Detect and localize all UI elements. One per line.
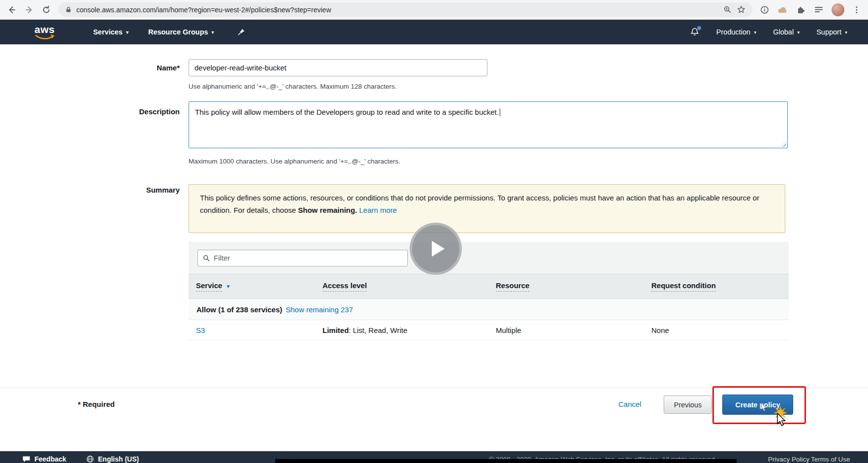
cancel-button[interactable]: Cancel [618,400,642,408]
nav-global-label: Global [773,28,794,36]
filter-input[interactable] [214,254,403,262]
padlock-icon [65,6,72,13]
allow-count-text: Allow (1 of 238 services) [196,305,282,314]
feedback-label: Feedback [34,455,66,463]
col-access-level-label: Access level [322,281,367,292]
url-text: console.aws.amazon.com/iam/home?region=e… [76,6,331,14]
address-bar[interactable]: console.aws.amazon.com/iam/home?region=e… [59,2,752,17]
show-remaining-link[interactable]: Show remaining 237 [286,305,353,314]
col-service-label: Service [196,281,222,292]
required-note: * Required [78,400,115,408]
learn-more-link[interactable]: Learn more [359,206,397,214]
description-label: Description [0,107,180,116]
notifications-bell-icon[interactable] [690,27,700,37]
language-label: English (US) [98,455,139,463]
table-row: S3 Limited: List, Read, Write Multiple N… [189,320,789,340]
back-icon[interactable] [7,5,17,15]
browser-menu-kebab-icon[interactable] [852,5,861,14]
extensions-puzzle-icon[interactable] [796,5,806,15]
col-request-condition-label: Request condition [651,281,716,292]
sort-caret-icon: ▼ [225,284,230,289]
nav-region-global[interactable]: Global ▾ [773,28,800,36]
aws-navbar: aws Services ▾ Resource Groups ▾ Product… [0,20,868,44]
aws-logo-word: aws [34,24,55,34]
nav-account-production[interactable]: Production ▾ [716,28,756,36]
allow-summary-row: Allow (1 of 238 services) Show remaining… [189,299,789,320]
nav-services-label: Services [93,28,123,36]
reading-list-icon[interactable] [814,5,824,15]
col-resource-label: Resource [496,281,529,292]
col-service[interactable]: Service ▼ [189,281,315,292]
warning-bold-text: Show remaining. [298,206,357,214]
aws-smile-arc [35,34,55,40]
name-help-text: Use alphanumeric and '+=,.@-_' character… [189,83,397,90]
description-help-text: Maximum 1000 characters. Use alphanumeri… [189,158,400,165]
actions-divider [0,388,868,388]
previous-button[interactable]: Previous [664,396,712,414]
chevron-down-icon: ▾ [212,30,214,35]
zoom-icon[interactable] [723,5,732,14]
policy-description-textarea[interactable]: This policy will allow members of the De… [189,101,788,148]
nav-support-label: Support [816,28,841,36]
navbar-right-group: Production ▾ Global ▾ Support ▾ [690,27,868,37]
cell-service: S3 [189,326,315,334]
forward-icon[interactable] [24,5,34,15]
video-progress-bar[interactable] [275,459,737,463]
warning-text: This policy defines some actions, resour… [200,194,759,214]
nav-resource-groups[interactable]: Resource Groups ▾ [148,28,214,36]
aws-logo[interactable]: aws [34,24,55,40]
cell-request-condition: None [644,326,789,334]
globe-icon [86,455,94,463]
nav-support[interactable]: Support ▾ [816,28,847,36]
nav-production-label: Production [716,28,750,36]
description-text: This policy will allow members of the De… [195,108,499,116]
cell-access-level: Limited: List, Read, Write [315,326,488,334]
table-header-row: Service ▼ Access level Resource Request … [189,274,789,299]
chevron-down-icon: ▾ [845,30,847,35]
chevron-down-icon: ▾ [754,30,756,35]
profile-avatar[interactable] [832,3,844,16]
access-level-rest: : List, Read, Write [349,326,407,334]
summary-label: Summary [0,186,180,194]
speech-bubble-icon [22,456,31,463]
privacy-policy-link[interactable]: Privacy Policy [768,456,809,463]
text-caret [500,108,501,116]
col-request-condition[interactable]: Request condition [644,281,789,292]
bookmark-star-icon[interactable] [737,5,746,14]
policy-summary-table: Service ▼ Access level Resource Request … [189,242,789,340]
filter-input-wrap[interactable] [197,250,408,266]
pin-icon[interactable] [237,28,246,36]
policy-name-input[interactable] [189,59,487,76]
nav-resource-groups-label: Resource Groups [148,28,208,36]
button-cursor-icon [761,402,768,412]
chevron-down-icon: ▾ [797,30,800,35]
summary-warning-banner: This policy defines some actions, resour… [189,184,785,233]
name-label: Name* [0,64,180,72]
browser-extensions-area [760,3,861,16]
browser-toolbar: console.aws.amazon.com/iam/home?region=e… [0,0,868,20]
search-icon [202,254,210,262]
cell-resource: Multiple [488,326,644,334]
col-resource[interactable]: Resource [488,281,644,292]
cloud-icon[interactable] [777,6,788,14]
nav-services[interactable]: Services ▾ [93,28,129,36]
screen: console.aws.amazon.com/iam/home?region=e… [0,0,868,463]
service-s3-link[interactable]: S3 [196,326,205,334]
mouse-cursor-icon [777,413,788,428]
table-filter-band [189,242,789,274]
notification-dot [697,26,701,30]
refresh-icon[interactable] [41,5,51,15]
language-button[interactable]: English (US) [86,453,139,463]
textarea-resize-handle[interactable] [780,141,786,147]
play-icon [432,241,445,257]
col-access-level[interactable]: Access level [315,281,488,292]
feedback-button[interactable]: Feedback [22,453,66,463]
video-play-overlay[interactable] [410,223,462,275]
chevron-down-icon: ▾ [126,30,129,35]
terms-of-use-link[interactable]: Terms of Use [811,456,850,463]
info-circle-icon[interactable] [760,5,770,15]
access-level-bold: Limited [322,326,349,334]
